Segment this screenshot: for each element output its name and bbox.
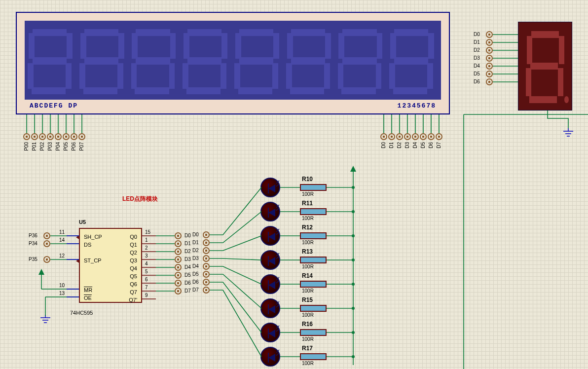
net-label-P36: P36 xyxy=(29,233,37,238)
pin-q2: Q2 xyxy=(130,250,137,256)
led-diode[interactable] xyxy=(260,202,280,221)
chip-74hc595[interactable]: SH_CP DS ST_CP MR OE Q0 Q1 Q2 Q3 Q4 Q5 Q… xyxy=(79,228,142,303)
net-terminal[interactable] xyxy=(486,47,493,54)
resistor[interactable] xyxy=(300,184,327,191)
net-terminal[interactable] xyxy=(486,39,493,46)
resistor[interactable] xyxy=(300,353,327,360)
resistor[interactable] xyxy=(300,281,327,288)
led-diode[interactable] xyxy=(260,274,280,294)
svg-marker-0 xyxy=(268,184,275,192)
net-label-D6: D6 xyxy=(184,280,191,286)
net-terminal[interactable] xyxy=(203,231,210,238)
net-terminal[interactable] xyxy=(78,133,85,140)
net-label-D5: D5 xyxy=(474,71,480,76)
net-label-D7: D7 xyxy=(192,287,199,293)
net-terminal[interactable] xyxy=(203,279,210,286)
resistor[interactable] xyxy=(300,232,327,239)
display-digit-labels: 12345678 xyxy=(398,102,436,110)
pin-stcp: ST_CP xyxy=(84,258,101,263)
digit-3 xyxy=(131,25,180,96)
net-terminal[interactable] xyxy=(203,239,210,246)
net-terminal[interactable] xyxy=(47,133,54,140)
led-diode[interactable] xyxy=(260,323,280,342)
svg-marker-20 xyxy=(268,305,275,313)
net-terminal[interactable] xyxy=(486,71,493,77)
net-terminal[interactable] xyxy=(203,287,210,294)
resistor[interactable] xyxy=(300,329,327,336)
net-terminal[interactable] xyxy=(203,263,210,270)
schematic-layer[interactable]: ABCDEFG DP 12345678 LED点阵模块 U5 74HC595 S… xyxy=(0,0,588,369)
resistor[interactable] xyxy=(300,208,327,215)
svg-line-30 xyxy=(276,350,279,353)
net-terminal[interactable] xyxy=(404,133,411,140)
net-terminal[interactable] xyxy=(175,288,182,295)
led-diode[interactable] xyxy=(260,347,280,367)
net-terminal[interactable] xyxy=(486,78,493,85)
net-label-D6: D6 xyxy=(192,279,199,285)
pin-q7p: Q7' xyxy=(129,297,137,303)
net-terminal[interactable] xyxy=(39,133,46,140)
net-terminal[interactable] xyxy=(203,255,210,262)
net-terminal[interactable] xyxy=(55,133,62,140)
svg-marker-4 xyxy=(268,209,275,217)
res-val-R13: 100R xyxy=(302,264,314,269)
svg-text:2: 2 xyxy=(145,245,148,251)
pinnum-12: 12 xyxy=(59,253,65,258)
net-label-P03: P03 xyxy=(47,142,53,151)
net-terminal[interactable] xyxy=(63,133,70,140)
net-terminal[interactable] xyxy=(486,55,493,62)
svg-marker-16 xyxy=(268,281,275,289)
net-terminal[interactable] xyxy=(203,271,210,278)
net-terminal[interactable] xyxy=(43,256,50,263)
svg-line-23 xyxy=(276,304,279,307)
net-label-D2: D2 xyxy=(192,248,199,253)
svg-line-31 xyxy=(276,353,279,356)
net-terminal[interactable] xyxy=(396,133,403,140)
net-label-P00: P00 xyxy=(24,142,29,151)
net-terminal[interactable] xyxy=(203,247,210,254)
digit-4 xyxy=(183,25,231,96)
svg-text:15: 15 xyxy=(145,229,151,235)
svg-text:9: 9 xyxy=(145,293,148,298)
svg-text:6: 6 xyxy=(145,277,148,282)
net-label-D0: D0 xyxy=(381,142,386,148)
net-terminal[interactable] xyxy=(175,264,182,271)
display-8digit[interactable]: ABCDEFG DP 12345678 xyxy=(16,12,450,114)
resistor[interactable] xyxy=(300,305,327,312)
net-terminal[interactable] xyxy=(428,133,435,140)
net-terminal[interactable] xyxy=(175,256,182,263)
svg-marker-24 xyxy=(268,330,275,337)
net-terminal[interactable] xyxy=(175,272,182,279)
net-terminal[interactable] xyxy=(71,133,77,140)
net-terminal[interactable] xyxy=(412,133,419,140)
net-terminal[interactable] xyxy=(31,133,38,140)
svg-marker-12 xyxy=(268,257,275,265)
net-label-D4: D4 xyxy=(474,63,480,69)
net-terminal[interactable] xyxy=(380,133,387,140)
net-terminal[interactable] xyxy=(23,133,30,140)
led-diode[interactable] xyxy=(260,226,280,246)
net-terminal[interactable] xyxy=(486,31,493,38)
net-terminal[interactable] xyxy=(388,133,395,140)
chip-part: 74HC595 xyxy=(70,310,93,316)
svg-point-100 xyxy=(352,210,355,213)
res-ref-R16: R16 xyxy=(302,321,313,328)
net-terminal[interactable] xyxy=(175,232,182,239)
led-diode[interactable] xyxy=(260,298,280,318)
digit-2 xyxy=(79,25,128,96)
pinnum-11: 11 xyxy=(59,229,65,235)
net-terminal[interactable] xyxy=(420,133,427,140)
net-terminal[interactable] xyxy=(436,133,442,140)
res-val-R10: 100R xyxy=(302,191,314,197)
resistor[interactable] xyxy=(300,257,327,263)
net-terminal[interactable] xyxy=(43,232,50,239)
res-val-R12: 100R xyxy=(302,240,314,245)
net-terminal[interactable] xyxy=(175,240,182,247)
single-7seg[interactable] xyxy=(518,22,572,111)
net-terminal[interactable] xyxy=(43,240,50,247)
led-diode[interactable] xyxy=(260,250,280,270)
net-terminal[interactable] xyxy=(175,248,182,255)
led-diode[interactable] xyxy=(260,178,280,197)
net-terminal[interactable] xyxy=(486,63,493,70)
net-terminal[interactable] xyxy=(175,280,182,287)
